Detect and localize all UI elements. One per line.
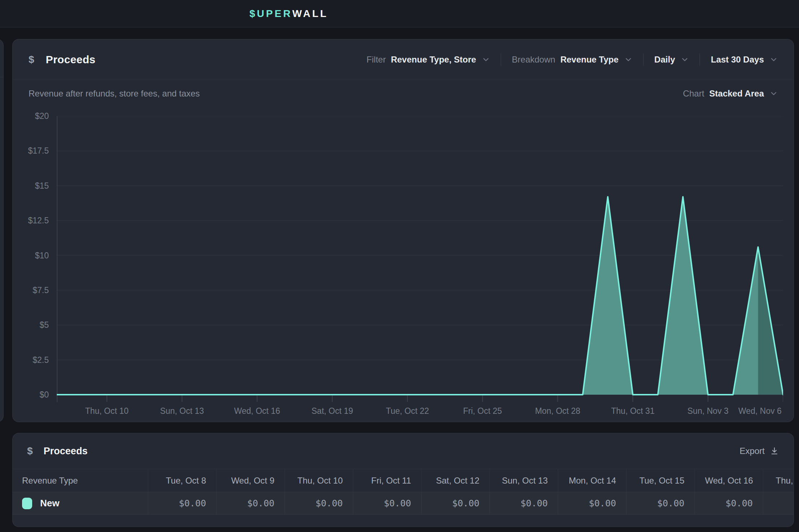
table-card-header: $ Proceeds Export bbox=[13, 433, 794, 469]
filter-value: Revenue Type, Store bbox=[391, 55, 476, 65]
divider bbox=[700, 53, 700, 66]
logo-rest: WALL bbox=[292, 8, 328, 20]
proceeds-chart-card: $ Proceeds Filter Revenue Type, Store Br… bbox=[12, 39, 794, 422]
value-cell: $0.00 bbox=[353, 492, 421, 514]
column-header-date: Thu, Oct 10 bbox=[285, 469, 353, 492]
column-header-date: Wed, Oct 9 bbox=[216, 469, 285, 492]
chart-type-label: Chart bbox=[683, 89, 704, 99]
x-tick-label: Tue, Oct 22 bbox=[386, 406, 429, 416]
date-range-dropdown[interactable]: Last 30 Days bbox=[711, 55, 778, 65]
filter-dropdown[interactable]: Filter Revenue Type, Store bbox=[367, 55, 490, 65]
x-tick-label: Thu, Oct 31 bbox=[611, 406, 654, 416]
column-header-date: Sat, Oct 12 bbox=[421, 469, 490, 492]
column-header-date: Tue, Oct 8 bbox=[148, 469, 216, 492]
download-icon bbox=[770, 446, 779, 456]
export-button[interactable]: Export bbox=[740, 446, 779, 456]
dollar-icon: $ bbox=[29, 54, 34, 65]
breakdown-label: Breakdown bbox=[512, 55, 555, 65]
breakdown-value: Revenue Type bbox=[560, 55, 619, 65]
card-title: Proceeds bbox=[46, 53, 95, 66]
chart-type-dropdown[interactable]: Chart Stacked Area bbox=[683, 89, 778, 99]
divider bbox=[501, 53, 501, 66]
chevron-down-icon bbox=[770, 90, 778, 98]
column-header-revenue-type: Revenue Type bbox=[13, 469, 148, 492]
column-header-date: Sun, Oct 13 bbox=[490, 469, 558, 492]
value-cell: $0.00 bbox=[216, 492, 285, 514]
value-cell: $0.00 bbox=[285, 492, 353, 514]
chevron-down-icon bbox=[770, 56, 778, 64]
x-tick-label: Sun, Nov 3 bbox=[687, 406, 728, 416]
dollar-icon: $ bbox=[27, 445, 33, 457]
range-value: Last 30 Days bbox=[711, 55, 764, 65]
y-tick-label: $2.5 bbox=[13, 355, 49, 365]
value-cell: $0.00 bbox=[695, 492, 763, 514]
adjacent-card-edge bbox=[0, 39, 4, 422]
table-header-row: Revenue TypeTue, Oct 8Wed, Oct 9Thu, Oct… bbox=[13, 469, 794, 492]
y-tick-label: $17.5 bbox=[13, 146, 49, 156]
proceeds-table-card: $ Proceeds Export Revenue TypeTue, Oct 8… bbox=[12, 433, 794, 527]
column-header-date: Wed, Oct 16 bbox=[695, 469, 763, 492]
value-cell: $0.00 bbox=[148, 492, 216, 514]
x-tick-label: Mon, Oct 28 bbox=[535, 406, 580, 416]
value-cell: $0.00 bbox=[421, 492, 490, 514]
column-header-date: Fri, Oct 11 bbox=[353, 469, 421, 492]
export-label: Export bbox=[740, 446, 765, 456]
chevron-down-icon bbox=[681, 56, 689, 64]
table-card-title: Proceeds bbox=[44, 446, 88, 457]
y-tick-label: $12.5 bbox=[13, 215, 49, 226]
divider bbox=[643, 53, 644, 66]
y-axis-labels: $20$17.5$15$12.5$10$7.5$5$2.5$0 bbox=[13, 116, 49, 405]
granularity-dropdown[interactable]: Daily bbox=[654, 55, 689, 65]
x-tick-label: Wed, Nov 6 bbox=[738, 406, 782, 416]
series-name: New bbox=[40, 498, 59, 509]
x-tick-label: Sun, Oct 13 bbox=[160, 406, 204, 416]
stacked-area-chart bbox=[57, 116, 783, 405]
breakdown-dropdown[interactable]: Breakdown Revenue Type bbox=[512, 55, 632, 65]
chart-card-header: $ Proceeds Filter Revenue Type, Store Br… bbox=[13, 39, 794, 80]
filter-label: Filter bbox=[367, 55, 386, 65]
table-row: New$0.00$0.00$0.00$0.00$0.00$0.00$0.00$0… bbox=[13, 492, 794, 515]
value-cell: $0.00 bbox=[626, 492, 695, 514]
logo-accent: $UPER bbox=[249, 8, 292, 20]
topbar: $UPERWALL bbox=[0, 0, 799, 27]
y-tick-label: $5 bbox=[13, 320, 49, 330]
chevron-down-icon bbox=[482, 56, 490, 64]
y-tick-label: $0 bbox=[13, 390, 49, 400]
value-cell: $0.00 bbox=[490, 492, 558, 514]
chart-subheader: Revenue after refunds, store fees, and t… bbox=[13, 86, 794, 101]
series-color-swatch bbox=[22, 498, 32, 509]
value-cell: $0.00 bbox=[558, 492, 626, 514]
y-tick-label: $7.5 bbox=[13, 285, 49, 295]
y-tick-label: $20 bbox=[13, 111, 49, 121]
x-tick-label: Wed, Oct 16 bbox=[234, 406, 280, 416]
x-tick-label: Fri, Oct 25 bbox=[463, 406, 502, 416]
chart-subtitle: Revenue after refunds, store fees, and t… bbox=[29, 89, 200, 99]
x-axis-labels: Thu, Oct 10Sun, Oct 13Wed, Oct 16Sat, Oc… bbox=[57, 406, 783, 416]
proceeds-table: Revenue TypeTue, Oct 8Wed, Oct 9Thu, Oct… bbox=[13, 469, 794, 515]
granularity-value: Daily bbox=[654, 55, 675, 65]
superwall-logo[interactable]: $UPERWALL bbox=[249, 0, 328, 27]
column-header-date: Tue, Oct 15 bbox=[626, 469, 695, 492]
chart-type-value: Stacked Area bbox=[709, 89, 764, 99]
column-header-date: Mon, Oct 14 bbox=[558, 469, 626, 492]
x-tick-label: Thu, Oct 10 bbox=[85, 406, 128, 416]
y-tick-label: $15 bbox=[13, 181, 49, 191]
value-cell: $0.00 bbox=[763, 492, 794, 514]
chevron-down-icon bbox=[624, 56, 632, 64]
x-tick-label: Sat, Oct 19 bbox=[312, 406, 353, 416]
divider bbox=[0, 77, 3, 77]
chart-canvas bbox=[57, 116, 783, 405]
y-tick-label: $10 bbox=[13, 250, 49, 261]
row-label-cell: New bbox=[13, 492, 148, 514]
column-header-date: Thu, Oct 17 bbox=[763, 469, 794, 492]
table-body: New$0.00$0.00$0.00$0.00$0.00$0.00$0.00$0… bbox=[13, 492, 794, 515]
